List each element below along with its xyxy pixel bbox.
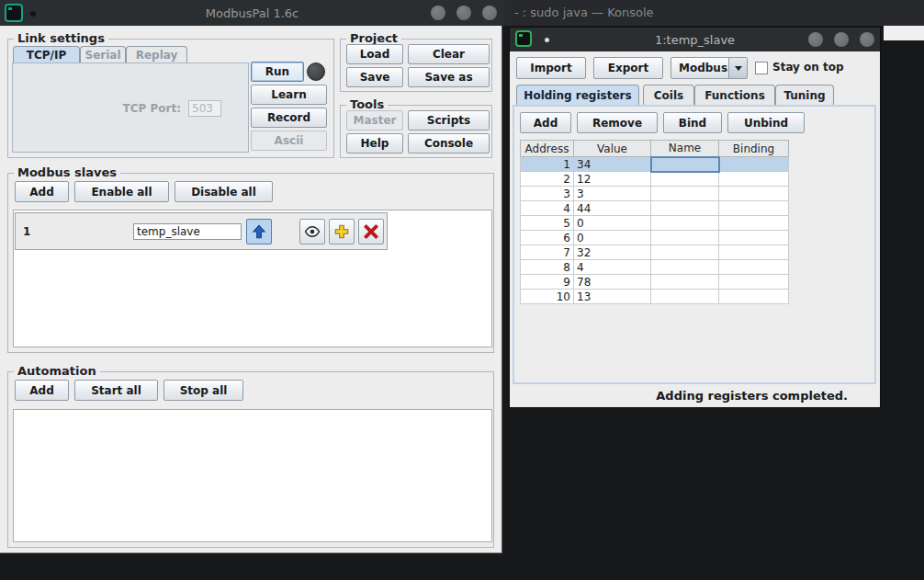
learn-button[interactable]: Learn <box>251 85 327 105</box>
register-row[interactable]: 134 <box>521 157 789 172</box>
register-row[interactable]: 444 <box>521 201 789 216</box>
clear-button[interactable]: Clear <box>408 44 490 64</box>
register-cell-address[interactable]: 5 <box>521 216 574 231</box>
register-cell-value[interactable]: 4 <box>574 260 651 275</box>
export-button[interactable]: Export <box>593 57 663 79</box>
register-bind-button[interactable]: Bind <box>663 112 722 133</box>
master-button[interactable]: Master <box>346 110 403 131</box>
register-cell-value[interactable]: 32 <box>574 245 651 260</box>
start-all-button[interactable]: Start all <box>74 380 158 401</box>
tab-holding-registers[interactable]: Holding registers <box>516 85 639 105</box>
register-cell-value[interactable]: 0 <box>574 216 651 231</box>
register-cell-name[interactable] <box>651 216 719 231</box>
register-cell-address[interactable]: 10 <box>521 290 574 304</box>
register-cell-binding[interactable] <box>719 187 789 201</box>
load-button[interactable]: Load <box>346 44 403 64</box>
register-row[interactable]: 84 <box>521 260 789 275</box>
slave-maximize-button[interactable] <box>834 32 849 47</box>
import-button[interactable]: Import <box>516 57 586 79</box>
register-cell-name[interactable] <box>651 290 719 304</box>
stay-on-top-checkbox[interactable] <box>755 62 768 74</box>
register-cell-address[interactable]: 8 <box>521 260 574 275</box>
record-button[interactable]: Record <box>251 108 327 128</box>
register-cell-address[interactable]: 9 <box>521 275 574 290</box>
register-cell-name[interactable] <box>651 275 719 290</box>
register-cell-address[interactable]: 1 <box>521 157 574 172</box>
slave-enable-toggle[interactable] <box>246 219 272 245</box>
col-header-address[interactable]: Address <box>521 141 574 157</box>
register-cell-address[interactable]: 2 <box>521 172 574 187</box>
register-row[interactable]: 50 <box>521 216 789 231</box>
save-button[interactable]: Save <box>346 67 403 87</box>
register-remove-button[interactable]: Remove <box>577 112 658 133</box>
register-cell-value[interactable]: 12 <box>574 172 651 187</box>
tab-tuning[interactable]: Tuning <box>775 85 834 105</box>
slave-name-input[interactable] <box>133 223 242 240</box>
save-as-button[interactable]: Save as <box>408 67 490 87</box>
maximize-button[interactable] <box>456 6 471 20</box>
konsole-titlebar[interactable]: - : sudo java — Konsole <box>504 0 924 26</box>
col-header-value[interactable]: Value <box>574 141 651 157</box>
register-row[interactable]: 60 <box>521 231 789 245</box>
automation-add-button[interactable]: Add <box>15 380 69 401</box>
chevron-down-icon[interactable] <box>728 58 747 78</box>
register-cell-address[interactable]: 4 <box>521 201 574 216</box>
automations-list[interactable] <box>13 409 492 542</box>
slave-window-titlebar[interactable]: 1:temp_slave <box>510 28 880 51</box>
register-row[interactable]: 33 <box>521 187 789 201</box>
register-row[interactable]: 978 <box>521 275 789 290</box>
register-row[interactable]: 1013 <box>521 290 789 304</box>
register-row[interactable]: 212 <box>521 172 789 187</box>
register-cell-binding[interactable] <box>719 172 789 187</box>
tab-coils[interactable]: Coils <box>643 85 694 105</box>
slave-add-button[interactable]: Add <box>15 181 69 202</box>
register-cell-name[interactable] <box>651 231 719 245</box>
register-cell-name[interactable] <box>651 201 719 216</box>
register-cell-binding[interactable] <box>719 216 789 231</box>
register-cell-address[interactable]: 6 <box>521 231 574 245</box>
register-cell-binding[interactable] <box>719 157 789 172</box>
implementation-dropdown[interactable]: Modbus <box>670 57 748 79</box>
register-cell-address[interactable]: 3 <box>521 187 574 201</box>
slave-view-button[interactable] <box>299 219 325 245</box>
tab-replay[interactable]: Replay <box>126 46 187 63</box>
register-cell-value[interactable]: 3 <box>574 187 651 201</box>
close-button[interactable] <box>482 6 497 20</box>
slave-row[interactable]: 1 <box>15 212 388 250</box>
register-cell-value[interactable]: 34 <box>574 157 651 172</box>
tab-tcpip[interactable]: TCP/IP <box>13 46 80 63</box>
register-cell-value[interactable]: 0 <box>574 231 651 245</box>
register-cell-value[interactable]: 44 <box>574 201 651 216</box>
ascii-button[interactable]: Ascii <box>251 131 327 151</box>
register-cell-binding[interactable] <box>719 245 789 260</box>
minimize-button[interactable] <box>431 6 445 20</box>
register-cell-name[interactable] <box>651 187 719 201</box>
register-row[interactable]: 732 <box>521 245 789 260</box>
slave-close-button[interactable] <box>860 32 874 47</box>
col-header-name[interactable]: Name <box>651 141 719 157</box>
tab-serial[interactable]: Serial <box>80 46 126 63</box>
col-header-binding[interactable]: Binding <box>719 141 789 157</box>
disable-all-button[interactable]: Disable all <box>175 181 273 202</box>
register-unbind-button[interactable]: Unbind <box>727 112 805 133</box>
registers-table[interactable]: Address Value Name Binding 1342123344450… <box>520 140 789 304</box>
tcp-port-input[interactable] <box>188 100 221 117</box>
register-cell-value[interactable]: 78 <box>574 275 651 290</box>
register-cell-name[interactable] <box>651 260 719 275</box>
register-cell-binding[interactable] <box>719 201 789 216</box>
register-cell-binding[interactable] <box>719 231 789 245</box>
register-cell-name[interactable] <box>651 157 719 172</box>
register-add-button[interactable]: Add <box>520 112 571 133</box>
register-cell-address[interactable]: 7 <box>521 245 574 260</box>
console-button[interactable]: Console <box>408 133 490 154</box>
slave-duplicate-button[interactable] <box>329 219 355 245</box>
run-button[interactable]: Run <box>251 62 304 82</box>
slave-minimize-button[interactable] <box>808 32 823 47</box>
main-titlebar[interactable]: ModbusPal 1.6c <box>0 0 504 26</box>
register-cell-binding[interactable] <box>719 275 789 290</box>
enable-all-button[interactable]: Enable all <box>74 181 169 202</box>
scripts-button[interactable]: Scripts <box>408 110 490 131</box>
register-cell-value[interactable]: 13 <box>574 290 651 304</box>
register-cell-binding[interactable] <box>719 260 789 275</box>
register-cell-name[interactable] <box>651 172 719 187</box>
